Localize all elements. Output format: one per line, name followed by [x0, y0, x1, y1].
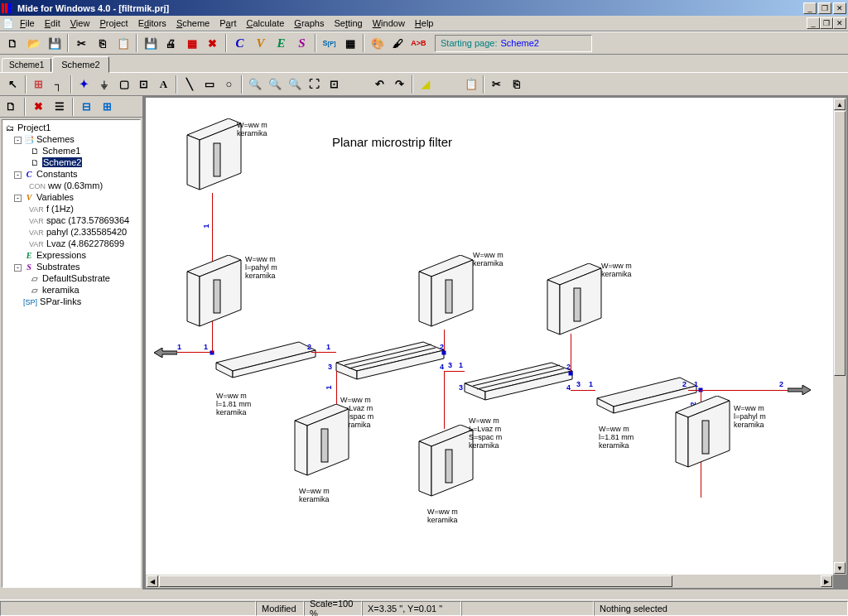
- cut2-button[interactable]: ✂: [487, 75, 506, 94]
- menu-window[interactable]: Window: [368, 17, 410, 30]
- zoom100-button[interactable]: ⊡: [325, 75, 344, 94]
- tree-substrates[interactable]: -SSubstrates: [4, 261, 138, 272]
- tree-var-lvaz[interactable]: VAR Lvaz (4.862278699: [4, 238, 138, 249]
- ellipse-button[interactable]: ○: [219, 75, 238, 94]
- delpage-button[interactable]: ✖: [203, 34, 222, 52]
- addpage-button[interactable]: ▦: [182, 34, 201, 52]
- tree-var-pahyl[interactable]: VAR pahyl (2.335585420: [4, 226, 138, 238]
- wire-button[interactable]: ┐: [49, 75, 68, 94]
- line-button[interactable]: ╲: [180, 75, 199, 94]
- menu-help[interactable]: Help: [410, 17, 439, 30]
- component-open-stub[interactable]: [179, 255, 249, 334]
- menu-view[interactable]: View: [65, 17, 95, 30]
- zoomwin-button[interactable]: 🔍: [285, 75, 304, 94]
- tree-sub-keramika[interactable]: ▱keramika: [4, 284, 138, 296]
- newpage-button[interactable]: 🗋: [2, 98, 21, 116]
- tool-a-button[interactable]: 🎨: [368, 34, 387, 52]
- component-open-stub[interactable]: [667, 396, 738, 474]
- component-msline[interactable]: [212, 338, 320, 387]
- tree-var-f[interactable]: VAR f (1Hz): [4, 203, 138, 214]
- scroll-down-button[interactable]: ▼: [834, 562, 846, 574]
- net1-button[interactable]: ▢: [114, 75, 133, 94]
- redo-button[interactable]: ↷: [390, 75, 409, 94]
- menu-edit[interactable]: Edit: [40, 17, 65, 30]
- print-button[interactable]: 🖨: [161, 34, 181, 52]
- tree-expressions[interactable]: EExpressions: [4, 249, 138, 261]
- minimize-button[interactable]: _: [803, 2, 817, 14]
- text-button[interactable]: A: [154, 75, 173, 94]
- tree-scheme2[interactable]: 🗋Scheme2: [4, 156, 138, 168]
- tree-constants[interactable]: -CConstants: [4, 168, 138, 180]
- component-button[interactable]: ⊞: [29, 75, 48, 94]
- tab-scheme1[interactable]: Scheme1: [2, 58, 51, 72]
- close-button[interactable]: ✕: [833, 2, 846, 14]
- collapse-button[interactable]: ⊟: [77, 98, 96, 116]
- sp-button[interactable]: S[P]: [320, 34, 339, 52]
- substrates-button[interactable]: S: [292, 34, 311, 52]
- highlight-button[interactable]: ◢: [416, 75, 435, 94]
- pointer-button[interactable]: ↖: [3, 75, 22, 94]
- undo-button[interactable]: ↶: [370, 75, 389, 94]
- tree-const-ww[interactable]: CON ww (0.63mm): [4, 180, 138, 191]
- menu-scheme[interactable]: Scheme: [171, 17, 214, 30]
- scroll-up-button[interactable]: ▲: [834, 99, 846, 110]
- scroll-thumb-v[interactable]: [834, 111, 846, 376]
- cut-button[interactable]: ✂: [72, 34, 91, 52]
- component-coupled[interactable]: [332, 338, 448, 396]
- menu-setting[interactable]: Setting: [329, 17, 367, 30]
- constants-button[interactable]: C: [230, 34, 249, 52]
- project-tree[interactable]: 🗂Project1 -📑Schemes 🗋Scheme1 🗋Scheme2 -C…: [2, 119, 141, 588]
- mdi-restore-button[interactable]: ❐: [820, 17, 833, 29]
- zoomout-button[interactable]: 🔍: [265, 75, 284, 94]
- menu-project[interactable]: Project: [94, 17, 132, 30]
- grid-button[interactable]: ▦: [340, 34, 359, 52]
- mdi-close-button[interactable]: ✕: [833, 17, 846, 29]
- menu-calculate[interactable]: Calculate: [241, 17, 289, 30]
- startpage-link[interactable]: Scheme2: [501, 38, 539, 48]
- tree-var-spac[interactable]: VAR spac (173.57869364: [4, 214, 138, 226]
- horizontal-scrollbar[interactable]: ◀ ▶: [146, 575, 833, 588]
- tree-root[interactable]: 🗂Project1: [4, 122, 138, 133]
- menu-part[interactable]: Part: [214, 17, 241, 30]
- paste-button[interactable]: 📋: [113, 34, 132, 52]
- variables-button[interactable]: V: [251, 34, 270, 52]
- expressions-button[interactable]: E: [272, 34, 291, 52]
- delete-button[interactable]: ✖: [29, 98, 48, 116]
- vertical-scrollbar[interactable]: ▲ ▼: [833, 98, 846, 575]
- tool-b-button[interactable]: 🖌: [388, 34, 407, 52]
- open-button[interactable]: 📂: [24, 34, 43, 52]
- new-button[interactable]: 🗋: [3, 34, 22, 52]
- scroll-thumb-h[interactable]: [159, 575, 672, 587]
- savepage-button[interactable]: 💾: [141, 34, 160, 52]
- scroll-left-button[interactable]: ◀: [147, 575, 158, 587]
- zoomin-button[interactable]: 🔍: [245, 75, 264, 94]
- menu-graphs[interactable]: Graphs: [289, 17, 329, 30]
- tab-scheme2[interactable]: Scheme2: [52, 56, 108, 73]
- mdi-minimize-button[interactable]: _: [807, 17, 820, 29]
- component-coupled[interactable]: [460, 359, 576, 416]
- props-button[interactable]: ☰: [50, 98, 69, 116]
- tree-variables[interactable]: -VVariables: [4, 191, 138, 203]
- menu-file[interactable]: File: [15, 17, 40, 30]
- scroll-right-button[interactable]: ▶: [821, 575, 832, 587]
- copy-button[interactable]: ⎘: [93, 34, 112, 52]
- expand-button[interactable]: ⊞: [98, 98, 117, 116]
- canvas[interactable]: Planar microstrip filter 1 1 2 1 W=ww m …: [146, 98, 833, 575]
- rect-button[interactable]: ▭: [200, 75, 219, 94]
- menu-editors[interactable]: Editors: [133, 17, 171, 30]
- tree-scheme1[interactable]: 🗋Scheme1: [4, 145, 138, 156]
- component-open-stub[interactable]: [539, 263, 610, 342]
- tree-schemes[interactable]: -📑Schemes: [4, 133, 138, 145]
- maximize-button[interactable]: ❐: [818, 2, 831, 14]
- component-open-stub[interactable]: [411, 255, 481, 334]
- tree-sparlinks[interactable]: [SP] SPar-links: [4, 296, 138, 307]
- port-button[interactable]: ✦: [75, 75, 94, 94]
- copy2-button[interactable]: ⎘: [507, 75, 526, 94]
- tool-c-button[interactable]: A>B: [409, 34, 428, 52]
- tree-sub-default[interactable]: ▱DefaultSubstrate: [4, 272, 138, 284]
- ground-button[interactable]: ⏚: [94, 75, 113, 94]
- pastespecial-button[interactable]: 📋: [461, 75, 480, 94]
- zoomfit-button[interactable]: ⛶: [305, 75, 324, 94]
- net2-button[interactable]: ⊡: [134, 75, 153, 94]
- component-open-stub[interactable]: [287, 404, 357, 483]
